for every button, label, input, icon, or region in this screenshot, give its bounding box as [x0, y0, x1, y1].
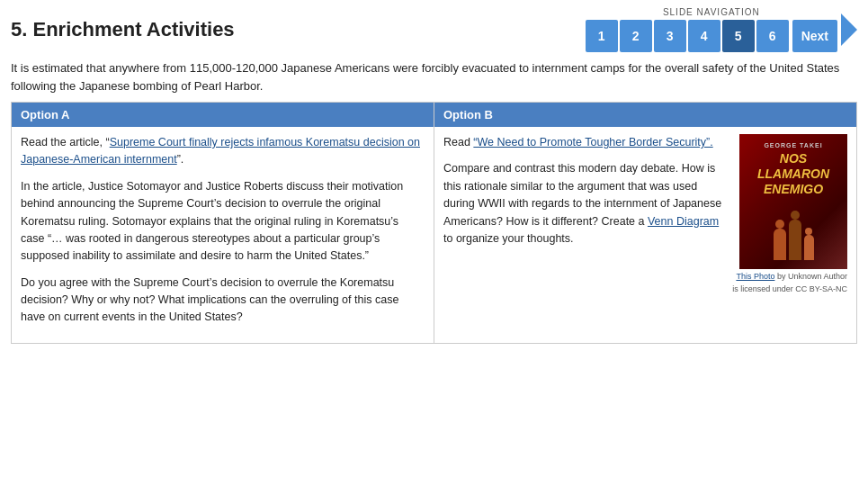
option-b-column: Option B Read “We Need to Promote Toughe… [434, 103, 856, 343]
next-arrow-icon [841, 14, 857, 46]
intro-text: It is estimated that anywhere from 115,0… [0, 56, 868, 102]
option-b-link1[interactable]: “We Need to Promote Tougher Border Secur… [473, 136, 712, 148]
option-b-body: Read “We Need to Promote Tougher Border … [434, 127, 856, 303]
figure2-body [789, 220, 801, 260]
figure3-body [804, 235, 814, 260]
figure3 [804, 228, 814, 260]
slide-btn-5[interactable]: 5 [722, 20, 755, 52]
figure1-body [774, 229, 786, 260]
page-title: 5. Enrichment Activities [11, 18, 235, 41]
option-a-para3: Do you agree with the Supreme Court’s de… [21, 274, 425, 327]
slide-btn-4[interactable]: 4 [688, 20, 720, 52]
book-author: GEORGE TAKEI [745, 141, 842, 149]
option-b-para1: Read “We Need to Promote Tougher Border … [443, 134, 725, 151]
next-button[interactable]: Next [792, 20, 837, 52]
option-a-para2: In the article, Justice Sotomayor and Ju… [21, 178, 425, 266]
option-b-para2: Compare and contrast this modern day deb… [443, 160, 725, 248]
book-title-line1: NOS [745, 151, 842, 166]
option-b-header: Option B [434, 103, 856, 127]
slide-btn-2[interactable]: 2 [620, 20, 652, 52]
slide-nav-label: SLIDE NAVIGATION [663, 7, 760, 17]
slide-btn-1[interactable]: 1 [586, 20, 618, 52]
option-a-header: Option A [12, 103, 434, 127]
book-cover-image: GEORGE TAKEI NOS LLAMARON ENEMIGO [739, 134, 847, 269]
options-table: Option A Read the article, “Supreme Cour… [11, 102, 857, 344]
figure3-head [805, 228, 812, 235]
image-caption-link[interactable]: This Photo [736, 272, 774, 281]
venn-diagram-link[interactable]: Venn Diagram [648, 215, 719, 228]
book-column: GEORGE TAKEI NOS LLAMARON ENEMIGO [725, 134, 847, 296]
figure1 [774, 220, 786, 260]
option-b-inner: Read “We Need to Promote Tougher Border … [443, 134, 847, 296]
option-a-column: Option A Read the article, “Supreme Cour… [12, 103, 434, 343]
book-title-line3: ENEMIGO [745, 182, 842, 197]
figure2 [789, 211, 801, 260]
header: 5. Enrichment Activities SLIDE NAVIGATIO… [0, 0, 868, 56]
image-caption: This Photo by Unknown Author is licensed… [732, 271, 847, 296]
book-title-line2: LLAMARON [745, 166, 842, 182]
slide-nav-buttons: 1 2 3 4 5 6 Next [586, 20, 837, 52]
slide-btn-3[interactable]: 3 [654, 20, 686, 52]
figure1-head [775, 220, 784, 229]
slide-btn-6[interactable]: 6 [756, 20, 789, 52]
figure2-head [791, 211, 800, 220]
slide-navigation: SLIDE NAVIGATION 1 2 3 4 5 6 Next [586, 7, 837, 52]
option-b-text: Read “We Need to Promote Tougher Border … [443, 134, 725, 296]
book-figures [739, 211, 847, 260]
option-a-para1: Read the article, “Supreme Court finally… [21, 134, 425, 169]
option-a-body: Read the article, “Supreme Court finally… [12, 127, 434, 343]
book-overlay: GEORGE TAKEI NOS LLAMARON ENEMIGO [745, 141, 842, 196]
